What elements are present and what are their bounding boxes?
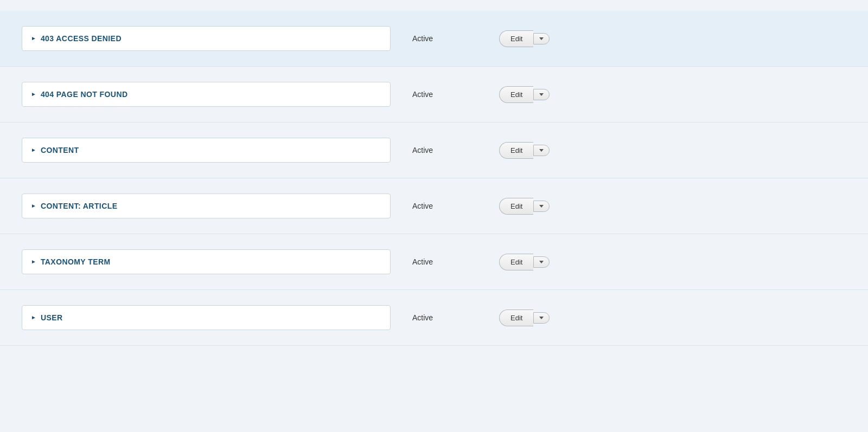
- row-403-actions: Edit: [499, 30, 550, 47]
- row-taxonomy-status: Active: [412, 257, 477, 266]
- row-user-dropdown-button[interactable]: [533, 312, 550, 324]
- row-taxonomy-dropdown-button[interactable]: [533, 256, 550, 268]
- expand-icon: ►: [31, 36, 36, 41]
- row-user-actions: Edit: [499, 310, 550, 326]
- expand-icon: ►: [31, 203, 36, 209]
- row-user-status: Active: [412, 313, 477, 322]
- row-403-status: Active: [412, 34, 477, 43]
- row-content-dropdown-button[interactable]: [533, 145, 550, 156]
- row-user: ► USER Active Edit: [0, 290, 868, 346]
- row-user-edit-button[interactable]: Edit: [499, 310, 533, 326]
- expand-icon: ►: [31, 147, 36, 153]
- row-taxonomy-label: TAXONOMY TERM: [41, 257, 111, 266]
- chevron-down-icon: [539, 317, 544, 319]
- chevron-down-icon: [539, 93, 544, 96]
- row-404: ► 404 PAGE NOT FOUND Active Edit: [0, 67, 868, 122]
- chevron-down-icon: [539, 261, 544, 263]
- expand-icon: ►: [31, 92, 36, 97]
- row-content-status: Active: [412, 146, 477, 154]
- row-content-actions: Edit: [499, 142, 550, 159]
- row-content: ► CONTENT Active Edit: [0, 122, 868, 178]
- row-user-label: USER: [41, 313, 63, 322]
- row-content-article-edit-button[interactable]: Edit: [499, 198, 533, 215]
- row-content-article-label-box[interactable]: ► CONTENT: ARTICLE: [22, 194, 391, 218]
- chevron-down-icon: [539, 149, 544, 152]
- row-content-edit-button[interactable]: Edit: [499, 142, 533, 159]
- row-403-label-box[interactable]: ► 403 ACCESS DENIED: [22, 26, 391, 51]
- row-content-label: CONTENT: [41, 146, 79, 154]
- row-403: ► 403 ACCESS DENIED Active Edit: [0, 11, 868, 67]
- row-taxonomy-actions: Edit: [499, 254, 550, 270]
- row-404-status: Active: [412, 90, 477, 99]
- chevron-down-icon: [539, 205, 544, 208]
- row-403-label: 403 ACCESS DENIED: [41, 34, 122, 43]
- row-404-label-box[interactable]: ► 404 PAGE NOT FOUND: [22, 82, 391, 107]
- row-404-edit-button[interactable]: Edit: [499, 86, 533, 103]
- row-content-article-dropdown-button[interactable]: [533, 201, 550, 212]
- expand-icon: ►: [31, 315, 36, 320]
- page-container: ► 403 ACCESS DENIED Active Edit ► 404 PA…: [0, 11, 868, 346]
- row-taxonomy: ► TAXONOMY TERM Active Edit: [0, 234, 868, 290]
- chevron-down-icon: [539, 37, 544, 40]
- row-taxonomy-edit-button[interactable]: Edit: [499, 254, 533, 270]
- row-404-label: 404 PAGE NOT FOUND: [41, 90, 128, 99]
- row-403-edit-button[interactable]: Edit: [499, 30, 533, 47]
- row-404-actions: Edit: [499, 86, 550, 103]
- row-content-article-status: Active: [412, 202, 477, 210]
- row-404-dropdown-button[interactable]: [533, 89, 550, 100]
- row-403-dropdown-button[interactable]: [533, 33, 550, 44]
- expand-icon: ►: [31, 259, 36, 265]
- row-taxonomy-label-box[interactable]: ► TAXONOMY TERM: [22, 249, 391, 274]
- row-content-article-label: CONTENT: ARTICLE: [41, 202, 118, 210]
- row-content-label-box[interactable]: ► CONTENT: [22, 138, 391, 163]
- row-user-label-box[interactable]: ► USER: [22, 305, 391, 330]
- row-content-article: ► CONTENT: ARTICLE Active Edit: [0, 178, 868, 234]
- row-content-article-actions: Edit: [499, 198, 550, 215]
